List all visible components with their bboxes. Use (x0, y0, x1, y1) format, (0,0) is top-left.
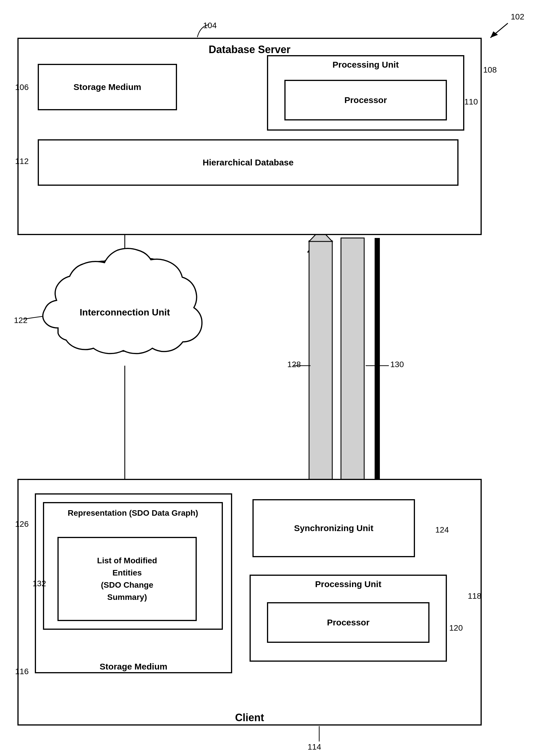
ref-122: 122 (14, 316, 28, 325)
interconnection-unit-label: Interconnection Unit (58, 307, 192, 318)
sync-unit-label: Synchronizing Unit (292, 521, 376, 535)
ref-106: 106 (15, 83, 29, 92)
hierarchical-db-box: Hierarchical Database (38, 139, 458, 186)
processing-unit-top-label: Processing Unit (330, 56, 401, 72)
svg-point-21 (96, 255, 154, 296)
svg-line-6 (319, 238, 331, 252)
ref-110: 110 (464, 97, 478, 107)
hierarchical-db-label: Hierarchical Database (200, 155, 296, 170)
ref-104: 104 (203, 21, 217, 30)
diagram-container: 102 104 Database Server 106 Storage Medi… (0, 0, 547, 756)
svg-rect-12 (309, 241, 332, 493)
processor-bottom-label: Processor (325, 615, 372, 630)
svg-line-5 (308, 238, 319, 252)
ref-124: 124 (435, 525, 449, 535)
storage-medium-top-box: Storage Medium (38, 64, 177, 110)
ref-102: 102 (511, 12, 524, 21)
storage-medium-top-label: Storage Medium (71, 80, 143, 94)
list-modified-label: List of ModifiedEntities(SDO ChangeSumma… (97, 555, 157, 603)
processor-top-label: Processor (342, 93, 389, 107)
list-modified-box: List of ModifiedEntities(SDO ChangeSumma… (57, 537, 197, 621)
svg-rect-11 (322, 241, 346, 490)
ref-128: 128 (287, 360, 301, 369)
ref-114: 114 (308, 742, 321, 752)
ref-116: 116 (15, 667, 29, 676)
svg-point-19 (73, 261, 136, 308)
processor-top-box: Processor (284, 80, 447, 120)
representation-label: Representation (SDO Data Graph) (47, 507, 219, 519)
svg-point-20 (113, 258, 177, 305)
processor-bottom-box: Processor (267, 602, 429, 643)
ref-118: 118 (468, 591, 481, 601)
ref-130: 130 (390, 360, 404, 369)
svg-line-0 (490, 23, 508, 38)
client-label: Client (17, 712, 482, 724)
db-server-label: Database Server (17, 44, 482, 56)
ref-126: 126 (15, 519, 29, 529)
ref-112: 112 (15, 157, 29, 166)
ref-120: 120 (449, 623, 463, 633)
storage-medium-bottom-label: Storage Medium (35, 662, 232, 672)
ref-108: 108 (483, 65, 497, 75)
svg-point-16 (67, 287, 183, 351)
svg-marker-1 (490, 31, 498, 38)
svg-rect-14 (341, 238, 364, 490)
processing-unit-bottom-label: Processing Unit (313, 576, 384, 591)
ref-132: 132 (33, 579, 46, 588)
sync-unit-box: Synchronizing Unit (252, 499, 415, 557)
